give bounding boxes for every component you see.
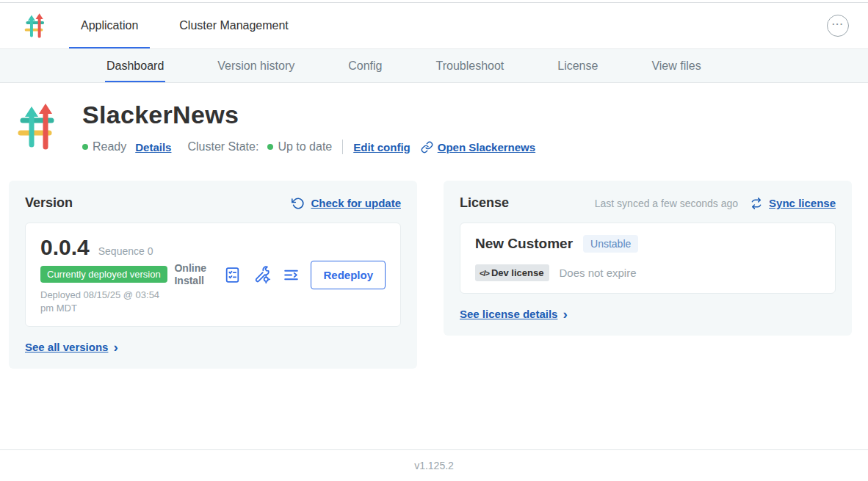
top-nav-bar: Application Cluster Management ··· bbox=[0, 3, 868, 49]
version-number: 0.0.4 bbox=[40, 235, 90, 260]
see-license-details-link[interactable]: See license details › bbox=[460, 307, 568, 321]
top-bar-actions: ··· bbox=[827, 3, 849, 48]
edit-config-link[interactable]: Edit config bbox=[353, 141, 411, 153]
app-status-dot bbox=[82, 144, 88, 150]
tab-view-files[interactable]: View files bbox=[651, 49, 701, 82]
status-divider bbox=[342, 140, 343, 154]
app-header: SlackerNews Ready Details Cluster State:… bbox=[15, 99, 858, 154]
app-logo bbox=[22, 3, 48, 48]
cluster-state-value: Up to date bbox=[278, 140, 332, 153]
console-version: v1.125.2 bbox=[414, 460, 454, 471]
version-number-row: 0.0.4 Sequence 0 bbox=[40, 235, 174, 260]
sync-license-link[interactable]: Sync license bbox=[769, 197, 836, 209]
open-app-link[interactable]: Open Slackernews bbox=[438, 141, 535, 153]
see-license-details-label: See license details bbox=[460, 308, 557, 320]
code-icon: </> bbox=[480, 269, 489, 278]
version-sequence: Sequence 0 bbox=[98, 245, 153, 257]
tab-dashboard[interactable]: Dashboard bbox=[106, 49, 164, 82]
tab-troubleshoot[interactable]: Troubleshoot bbox=[435, 49, 504, 82]
see-all-versions-link[interactable]: See all versions › bbox=[25, 340, 118, 354]
license-expiration: Does not expire bbox=[559, 267, 636, 279]
tab-cluster-management[interactable]: Cluster Management bbox=[178, 3, 290, 48]
cluster-state-dot bbox=[267, 144, 273, 150]
version-actions: Online Install bbox=[174, 261, 386, 289]
chevron-right-icon: › bbox=[113, 340, 117, 354]
deploy-logs-icon bbox=[282, 266, 300, 284]
see-all-versions-label: See all versions bbox=[25, 341, 108, 353]
license-type-row: </> Dev license Does not expire bbox=[475, 264, 820, 281]
app-title: SlackerNews bbox=[82, 101, 535, 129]
customer-name: New Customer bbox=[475, 236, 573, 252]
app-header-text: SlackerNews Ready Details Cluster State:… bbox=[82, 99, 535, 154]
chevron-right-icon: › bbox=[563, 307, 567, 321]
admin-console-page: Application Cluster Management ··· Dashb… bbox=[0, 0, 868, 481]
license-card-header: License Last synced a few seconds ago Sy… bbox=[460, 195, 836, 211]
current-version-panel: 0.0.4 Sequence 0 Currently deployed vers… bbox=[25, 223, 401, 327]
dashboard-content: SlackerNews Ready Details Cluster State:… bbox=[0, 83, 868, 449]
tab-license[interactable]: License bbox=[557, 49, 598, 82]
version-card: Version Check for update 0.0.4 Sequence bbox=[9, 181, 417, 369]
check-update-group: Check for update bbox=[292, 197, 401, 210]
sync-license-group: Last synced a few seconds ago Sync licen… bbox=[595, 197, 836, 210]
redeploy-button[interactable]: Redeploy bbox=[311, 261, 386, 289]
license-details-panel: New Customer Unstable </> Dev license Do… bbox=[460, 223, 836, 294]
cluster-state-label: Cluster State: bbox=[187, 140, 258, 153]
deployed-version-badge: Currently deployed version bbox=[40, 266, 167, 283]
customer-row: New Customer Unstable bbox=[475, 235, 820, 253]
install-type-label: Online Install bbox=[174, 262, 212, 288]
license-type-badge: </> Dev license bbox=[475, 264, 549, 281]
license-card-title: License bbox=[460, 195, 509, 211]
sync-arrows-icon bbox=[750, 197, 763, 210]
external-link-icon bbox=[421, 141, 433, 153]
console-footer: v1.125.2 bbox=[0, 449, 868, 481]
preflight-checklist-icon bbox=[223, 266, 242, 284]
status-details-link[interactable]: Details bbox=[135, 141, 171, 153]
last-synced-text: Last synced a few seconds ago bbox=[595, 198, 738, 209]
license-type-label: Dev license bbox=[491, 267, 544, 278]
check-for-update-link[interactable]: Check for update bbox=[311, 197, 401, 209]
channel-badge: Unstable bbox=[583, 235, 638, 253]
main-tabs: Application Cluster Management bbox=[79, 3, 290, 48]
config-wrench-gear-icon bbox=[253, 266, 271, 284]
dashboard-cards: Version Check for update 0.0.4 Sequence bbox=[9, 181, 858, 369]
refresh-icon bbox=[292, 197, 305, 210]
tab-application[interactable]: Application bbox=[79, 3, 140, 48]
slackernews-app-icon bbox=[15, 99, 62, 153]
app-status-row: Ready Details Cluster State: Up to date … bbox=[82, 140, 535, 154]
tab-config[interactable]: Config bbox=[348, 49, 382, 82]
deployed-timestamp: Deployed 08/15/25 @ 03:54 pm MDT bbox=[40, 289, 174, 314]
tab-version-history[interactable]: Version history bbox=[217, 49, 294, 82]
version-info: 0.0.4 Sequence 0 Currently deployed vers… bbox=[40, 235, 174, 314]
edit-config-button[interactable] bbox=[252, 265, 271, 284]
app-status-text: Ready bbox=[93, 140, 126, 153]
version-card-title: Version bbox=[25, 195, 73, 211]
preflight-checks-button[interactable] bbox=[223, 265, 242, 284]
app-subnav: Dashboard Version history Config Trouble… bbox=[0, 49, 868, 83]
overflow-menu-button[interactable]: ··· bbox=[827, 15, 849, 37]
slackernews-logo-icon bbox=[22, 11, 48, 40]
view-deploy-logs-button[interactable] bbox=[281, 265, 300, 284]
license-card: License Last synced a few seconds ago Sy… bbox=[444, 181, 852, 336]
ellipsis-icon: ··· bbox=[832, 19, 844, 29]
version-card-header: Version Check for update bbox=[25, 195, 401, 211]
